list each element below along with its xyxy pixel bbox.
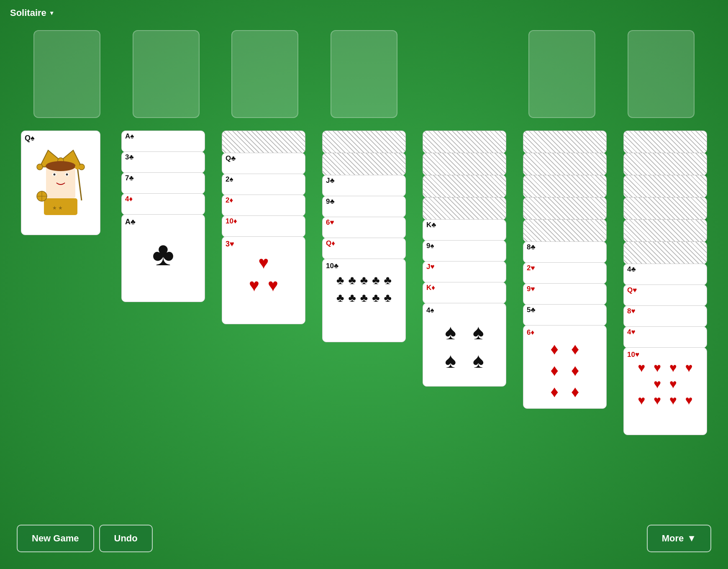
card-3c[interactable]: 3♣ (121, 151, 205, 173)
foundation-slot-3[interactable] (231, 30, 298, 118)
card-9c[interactable]: 9♣ (322, 196, 406, 218)
card-kc[interactable]: K♣ (423, 219, 506, 241)
tableau-col-3[interactable]: J♣ 9♣ 6♥ Q♦ 10♣ ♣♣♣♣ ♣♣♣♣ ♣♣ (322, 131, 406, 342)
left-buttons: New Game Undo (17, 525, 153, 552)
card-back-col6-4[interactable] (623, 197, 707, 220)
card-qc[interactable]: Q♣ (222, 153, 305, 174)
card-back-col6-1[interactable] (623, 131, 707, 154)
card-8c[interactable]: 8♣ (523, 241, 607, 263)
header: Solitaire ▼ (0, 0, 728, 26)
stock-rank-suit: Q♠ (25, 134, 97, 142)
card-2d[interactable]: 2♦ (222, 195, 305, 216)
card-back-col6-3[interactable] (623, 175, 707, 198)
more-label: More (662, 533, 684, 544)
card-qd[interactable]: Q♦ (322, 238, 406, 259)
card-10c-full[interactable]: 10♣ ♣♣♣♣ ♣♣♣♣ ♣♣ (322, 259, 406, 342)
card-2h[interactable]: 2♥ (523, 262, 607, 284)
bottom-bar: New Game Undo More ▼ (0, 525, 728, 552)
card-jc[interactable]: J♣ (322, 175, 406, 197)
card-6d-full[interactable]: 6♦ ♦♦ ♦♦ ♦♦ (523, 325, 607, 409)
foundation-slot-4[interactable] (331, 30, 397, 118)
card-4c[interactable]: 4♣ (623, 264, 707, 285)
card-back-col5-3[interactable] (523, 175, 607, 198)
card-back-col4-3[interactable] (423, 175, 506, 198)
card-back-col6-2[interactable] (623, 153, 707, 176)
foundation-slot-6[interactable] (628, 30, 695, 118)
more-arrow: ▼ (687, 533, 696, 544)
svg-point-14 (75, 164, 80, 169)
tableau-col-2[interactable]: Q♣ 2♠ 2♦ 10♦ 3♥ ♥ ♥♥ (222, 131, 305, 324)
card-4h[interactable]: 4♥ (623, 326, 707, 348)
tableau-col-1[interactable]: A♠ 3♣ 7♣ 4♦ A♣ ♣ (121, 131, 205, 302)
card-back-col2-1[interactable] (222, 131, 305, 154)
card-back-col6-6[interactable] (623, 241, 707, 264)
app-title[interactable]: Solitaire ▼ (10, 8, 55, 18)
card-qh[interactable]: Q♥ (623, 284, 707, 306)
card-9s[interactable]: 9♠ (423, 240, 506, 262)
stock-pile[interactable]: Q♠ (21, 131, 105, 235)
card-2s[interactable]: 2♠ (222, 174, 305, 195)
card-back-col6-5[interactable] (623, 219, 707, 242)
card-as[interactable]: A♠ (121, 131, 205, 152)
card-3h-full[interactable]: 3♥ ♥ ♥♥ (222, 236, 305, 324)
card-7c[interactable]: 7♣ (121, 172, 205, 194)
card-jh[interactable]: J♥ (423, 261, 506, 283)
card-4d[interactable]: 4♦ (121, 193, 205, 215)
stock-card[interactable]: Q♠ (21, 131, 100, 235)
card-8h[interactable]: 8♥ (623, 305, 707, 327)
foundation-slot-2[interactable] (133, 30, 200, 118)
card-10d[interactable]: 10♦ (222, 215, 305, 237)
tableau-area: Q♠ (0, 131, 728, 435)
card-10h-full[interactable]: 10♥ ♥♥♥♥ ♥♥ ♥♥♥♥ (623, 347, 707, 435)
queen-image: ★ ★ (25, 142, 97, 217)
card-back-col3-1[interactable] (322, 131, 406, 154)
app-title-arrow: ▼ (49, 10, 55, 16)
more-button[interactable]: More ▼ (647, 525, 711, 552)
card-back-col5-1[interactable] (523, 131, 607, 154)
card-back-col3-2[interactable] (322, 153, 406, 176)
svg-point-10 (66, 174, 68, 176)
tableau-col-5[interactable]: 8♣ 2♥ 9♥ 5♣ 6♦ ♦♦ ♦♦ ♦♦ (523, 131, 607, 409)
foundation-slot-1[interactable] (33, 30, 100, 118)
tableau-col-4[interactable]: K♣ 9♠ J♥ K♦ 4♠ ♠♠ ♠♠ (423, 131, 506, 387)
card-back-col4-1[interactable] (423, 131, 506, 154)
card-back-col5-2[interactable] (523, 153, 607, 176)
svg-text:★ ★: ★ ★ (52, 205, 63, 211)
card-5c[interactable]: 5♣ (523, 304, 607, 326)
card-kd[interactable]: K♦ (423, 282, 506, 304)
card-ac-full[interactable]: A♣ ♣ (121, 214, 205, 302)
card-4s-full[interactable]: 4♠ ♠♠ ♠♠ (423, 303, 506, 387)
new-game-button[interactable]: New Game (17, 525, 94, 552)
card-back-col5-4[interactable] (523, 197, 607, 220)
svg-point-6 (46, 161, 76, 171)
card-9h[interactable]: 9♥ (523, 283, 607, 305)
card-back-col4-2[interactable] (423, 153, 506, 176)
app-title-text: Solitaire (10, 8, 46, 18)
foundation-area (0, 30, 728, 118)
card-back-col4-4[interactable] (423, 197, 506, 220)
tableau-col-6[interactable]: 4♣ Q♥ 8♥ 4♥ 10♥ ♥♥♥♥ ♥♥ ♥♥♥♥ (623, 131, 707, 435)
undo-button[interactable]: Undo (99, 525, 153, 552)
card-6h[interactable]: 6♥ (322, 217, 406, 238)
svg-point-2 (37, 164, 43, 170)
card-back-col5-5[interactable] (523, 219, 607, 242)
foundation-slot-5[interactable] (528, 30, 595, 118)
svg-point-9 (54, 174, 56, 176)
